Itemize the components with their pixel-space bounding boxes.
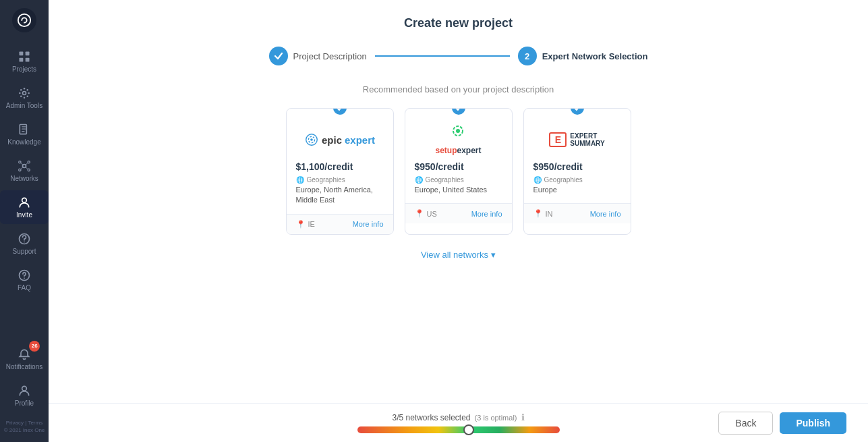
back-button[interactable]: Back	[718, 412, 773, 435]
pin-icon-2: 📍	[415, 209, 424, 218]
tools-icon	[18, 86, 31, 100]
sidebar-item-support[interactable]: Support	[0, 227, 49, 260]
svg-point-20	[22, 198, 27, 202]
setupexpert-logo-icon	[448, 124, 468, 144]
svg-point-7	[24, 96, 26, 99]
book-icon	[18, 123, 31, 136]
svg-rect-1	[20, 52, 24, 56]
networks-list: epicexpert $1,100/credit 🌐 Geographies E…	[76, 108, 841, 235]
action-buttons: Back Publish	[587, 412, 846, 435]
networks-selected-text: 3/5 networks selected (3 is optimal) ℹ	[392, 412, 524, 422]
view-all-row: View all networks ▾	[76, 248, 841, 260]
epicexpert-logo-icon	[304, 132, 319, 147]
globe-icon-2: 🌐	[415, 176, 423, 184]
svg-point-12	[20, 96, 22, 98]
info-icon: ℹ	[521, 412, 525, 422]
progress-indicator	[463, 424, 474, 435]
svg-point-6	[24, 88, 26, 90]
user-icon	[18, 384, 31, 397]
stepper: Project Description 2 Expert Network Sel…	[76, 47, 841, 65]
publish-button[interactable]: Publish	[780, 412, 846, 434]
sidebar-item-networks[interactable]: Networks	[0, 154, 49, 188]
expertsummary-geo-value: Europe	[533, 185, 621, 195]
page-title: Create new project	[76, 16, 841, 30]
step-1: Project Description	[269, 47, 367, 65]
epicexpert-footer: 📍 IE More info	[287, 214, 393, 234]
setupexpert-geo-label: 🌐 Geographies	[415, 176, 502, 184]
epicexpert-logo: epicexpert	[296, 128, 384, 152]
svg-point-22	[24, 242, 25, 243]
progress-bar	[357, 426, 560, 433]
step-2: 2 Expert Network Selection	[518, 47, 648, 65]
pin-icon-3: 📍	[533, 209, 543, 218]
bottom-bar: 3/5 networks selected (3 is optimal) ℹ B…	[49, 403, 868, 442]
grid-icon	[18, 50, 31, 63]
epicexpert-more-info[interactable]: More info	[353, 220, 384, 228]
recommended-text: Recommended based on your project descri…	[76, 84, 841, 94]
svg-point-25	[22, 386, 27, 391]
sidebar-item-admin-tools[interactable]: Admin Tools	[0, 81, 49, 115]
expertsummary-logo: E EXPERT SUMMARY	[533, 128, 621, 152]
epicexpert-price: $1,100/credit	[296, 161, 384, 172]
svg-point-18	[19, 169, 21, 171]
setupexpert-location: 📍 US	[415, 209, 437, 218]
view-all-networks-link[interactable]: View all networks ▾	[421, 250, 496, 260]
globe-icon-3: 🌐	[533, 176, 542, 184]
main-content: Create new project Project Description 2…	[49, 0, 868, 442]
svg-point-19	[28, 169, 30, 171]
svg-point-15	[23, 165, 26, 168]
svg-point-5	[23, 92, 26, 95]
svg-point-9	[28, 92, 29, 94]
sidebar-footer: Privacy | Terms © 2021 Inex One	[1, 414, 48, 434]
sidebar-item-profile[interactable]: Profile	[0, 379, 49, 412]
svg-point-8	[19, 92, 21, 94]
network-card-setupexpert[interactable]: setupexpert $950/credit 🌐 Geographies Eu…	[405, 108, 513, 235]
svg-rect-4	[26, 58, 30, 62]
svg-point-13	[27, 89, 29, 91]
svg-point-11	[27, 96, 29, 98]
sidebar-item-notifications[interactable]: 26 Notifications	[3, 341, 45, 377]
sidebar: Projects Admin Tools Knowledge	[0, 0, 49, 442]
sidebar-item-faq[interactable]: FAQ	[0, 263, 49, 297]
setupexpert-geo-value: Europe, United States	[415, 185, 502, 195]
svg-point-10	[20, 89, 22, 91]
svg-rect-2	[26, 52, 30, 56]
step1-circle	[269, 47, 288, 65]
expertsummary-more-info[interactable]: More info	[590, 210, 621, 218]
step2-label: Expert Network Selection	[542, 51, 648, 61]
step2-circle: 2	[518, 47, 537, 65]
expertsummary-geo-label: 🌐 Geographies	[533, 176, 621, 184]
svg-point-28	[310, 138, 313, 141]
epicexpert-location: 📍 IE	[296, 220, 315, 229]
svg-point-17	[28, 161, 30, 163]
support-icon	[18, 232, 31, 246]
app-logo	[12, 8, 36, 32]
svg-rect-3	[20, 58, 24, 62]
setupexpert-price: $950/credit	[415, 161, 502, 172]
checkmark-icon	[274, 51, 283, 61]
setupexpert-footer: 📍 US More info	[405, 203, 512, 223]
network-card-expertsummary[interactable]: E EXPERT SUMMARY $950/credit 🌐 Geographi…	[523, 108, 631, 235]
svg-point-24	[24, 277, 25, 279]
setupexpert-more-info[interactable]: More info	[471, 210, 502, 218]
bell-icon	[18, 348, 31, 361]
step-connector	[375, 55, 510, 57]
network-icon	[18, 159, 31, 173]
invite-icon	[18, 196, 31, 209]
network-card-epicexpert[interactable]: epicexpert $1,100/credit 🌐 Geographies E…	[286, 108, 394, 235]
step1-label: Project Description	[293, 51, 367, 61]
sidebar-item-knowledge[interactable]: Knowledge	[0, 117, 49, 151]
networks-selected-section: 3/5 networks selected (3 is optimal) ℹ	[329, 412, 588, 433]
notification-badge: 26	[29, 341, 40, 352]
svg-point-0	[18, 14, 30, 26]
sidebar-item-invite[interactable]: Invite	[0, 190, 49, 224]
sidebar-item-projects[interactable]: Projects	[0, 45, 49, 78]
svg-point-30	[456, 129, 460, 133]
faq-icon	[18, 269, 31, 282]
expertsummary-price: $950/credit	[533, 161, 621, 172]
setupexpert-logo: setupexpert	[415, 128, 502, 152]
expertsummary-location: 📍 IN	[533, 209, 553, 218]
globe-icon: 🌐	[296, 176, 304, 184]
svg-point-16	[19, 161, 21, 163]
pin-icon: 📍	[296, 220, 306, 229]
